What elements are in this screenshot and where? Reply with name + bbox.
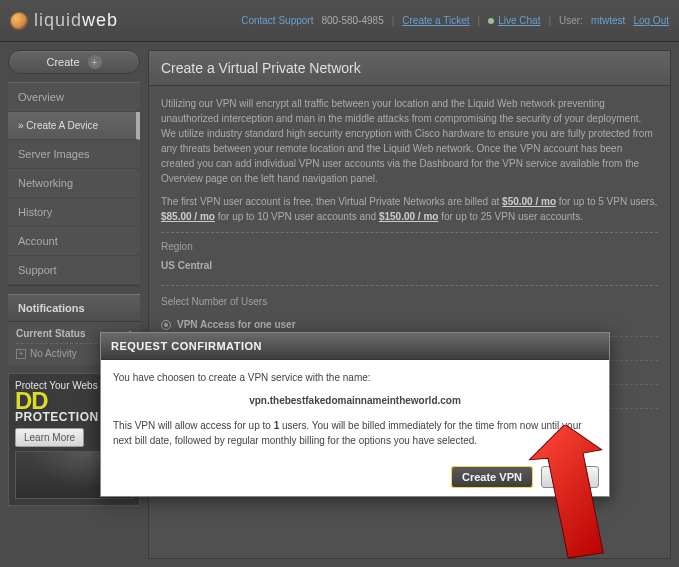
vpn-name: vpn.thebestfakedomainnameintheworld.com [113,385,597,418]
modal-title: REQUEST CONFIRMATION [101,333,609,360]
cancel-button[interactable]: Cancel [541,466,599,488]
create-vpn-button[interactable]: Create VPN [451,466,533,488]
modal-intro: You have choosen to create a VPN service… [113,370,597,385]
modal-details: This VPN will allow access for up to 1 u… [113,418,597,448]
confirmation-modal: REQUEST CONFIRMATION You have choosen to… [100,332,610,497]
